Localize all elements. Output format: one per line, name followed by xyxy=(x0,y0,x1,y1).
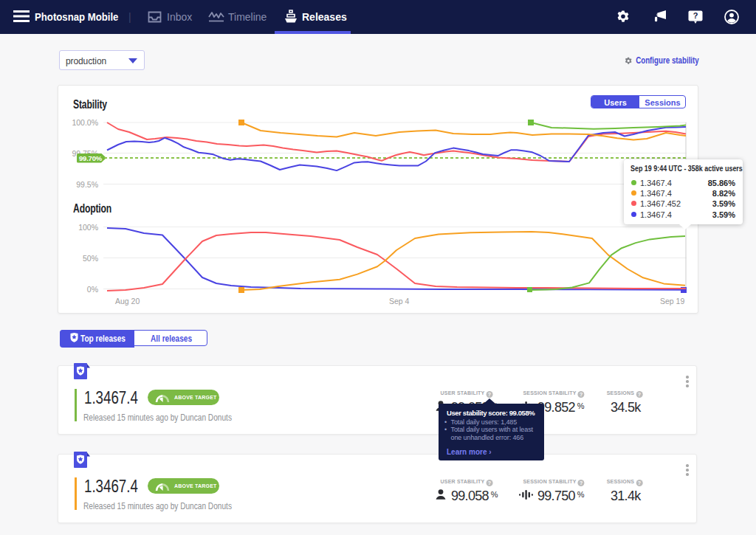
svg-text:?: ? xyxy=(693,11,698,20)
